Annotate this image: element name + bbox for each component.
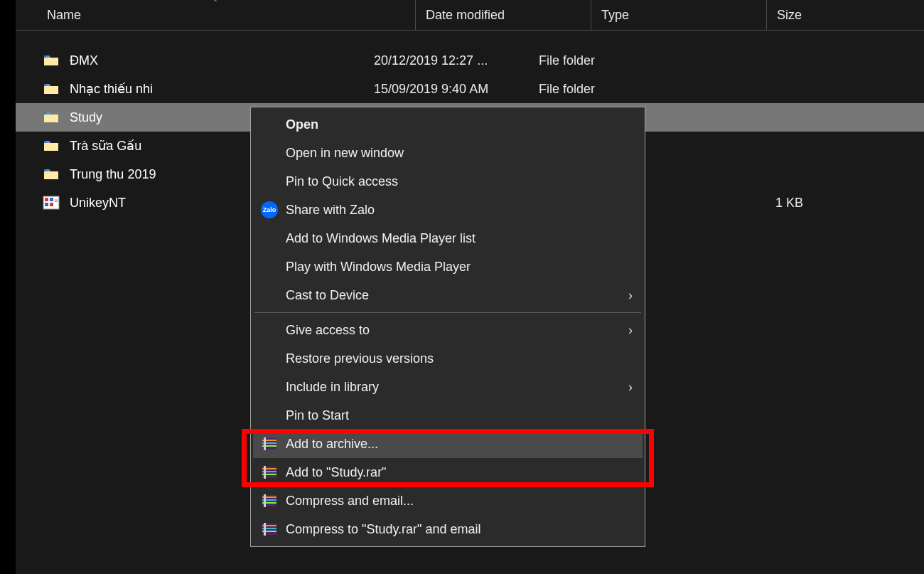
menu-item[interactable]: Pin to Start — [253, 401, 643, 430]
context-menu: OpenOpen in new windowPin to Quick acces… — [250, 107, 645, 547]
cell-type: File folder — [539, 82, 704, 97]
cell-size: 1 KB — [704, 196, 803, 211]
header-name-label: Name — [47, 8, 81, 23]
menu-item[interactable]: Pin to Quick access — [253, 167, 643, 196]
file-name-label: Study — [70, 110, 102, 125]
file-name-label: Trung thu 2019 — [70, 167, 156, 182]
menu-item-label: Give access to — [286, 323, 370, 338]
menu-item-label: Pin to Quick access — [286, 174, 398, 189]
menu-item[interactable]: Add to archive... — [253, 430, 643, 458]
menu-item-label: Add to archive... — [286, 437, 378, 452]
header-size[interactable]: Size — [767, 0, 924, 30]
menu-item-label: Restore previous versions — [286, 351, 434, 366]
menu-item-label: Open in new window — [286, 146, 404, 161]
menu-item-label: Add to "Study.rar" — [286, 465, 387, 480]
menu-item[interactable]: ZaloShare with Zalo — [253, 196, 643, 224]
menu-separator — [254, 312, 641, 313]
header-date-label: Date modified — [426, 8, 505, 23]
file-name-label: UnikeyNT — [70, 196, 126, 211]
chevron-right-icon: › — [628, 380, 633, 395]
menu-item[interactable]: Compress and email... — [253, 487, 643, 515]
cell-date: 20/12/2019 12:27 ... — [374, 53, 539, 68]
chevron-right-icon: › — [628, 288, 633, 303]
menu-item-label: Compress to "Study.rar" and email — [286, 522, 481, 537]
menu-item-label: Pin to Start — [286, 408, 349, 423]
file-name-label: Trà sữa Gấu — [70, 138, 141, 154]
chevron-right-icon: › — [628, 323, 633, 338]
cell-name: Nhạc thiếu nhi — [43, 80, 374, 97]
menu-item[interactable]: Open — [253, 110, 643, 139]
cell-type: File folder — [539, 53, 704, 68]
cell-date: 15/09/2019 9:40 AM — [374, 82, 539, 97]
menu-item[interactable]: Open in new window — [253, 139, 643, 167]
winrar-icon — [260, 520, 279, 538]
header-type-label: Type — [601, 8, 629, 23]
menu-item-label: Open — [286, 117, 318, 132]
sort-indicator-icon: ˄ — [213, 0, 217, 9]
menu-item-label: Add to Windows Media Player list — [286, 231, 476, 246]
menu-item[interactable]: Restore previous versions — [253, 344, 643, 373]
winrar-icon — [260, 435, 279, 453]
menu-item[interactable]: Cast to Device› — [253, 281, 643, 309]
file-row[interactable]: Nhạc thiếu nhi15/09/2019 9:40 AMFile fol… — [16, 75, 924, 103]
unikey-icon — [43, 194, 60, 211]
file-row[interactable]: ĐMX20/12/2019 12:27 ...File folder — [16, 46, 924, 75]
folder-icon — [43, 166, 60, 183]
menu-item-label: Share with Zalo — [286, 203, 375, 218]
winrar-icon — [260, 491, 279, 510]
menu-item-label: Include in library — [286, 380, 379, 395]
file-name-label: Nhạc thiếu nhi — [70, 81, 153, 97]
menu-item[interactable]: Give access to› — [253, 316, 643, 344]
header-size-label: Size — [777, 8, 802, 23]
menu-item[interactable]: Include in library› — [253, 373, 643, 401]
folder-icon — [43, 109, 60, 126]
column-headers: ˄ Name Date modified Type Size — [16, 0, 924, 31]
folder-icon — [43, 80, 60, 97]
header-date[interactable]: Date modified — [416, 0, 591, 30]
menu-item-label: Cast to Device — [286, 288, 369, 303]
menu-item[interactable]: Compress to "Study.rar" and email — [253, 515, 643, 543]
header-name[interactable]: ˄ Name — [16, 0, 416, 30]
menu-item[interactable]: Add to "Study.rar" — [253, 458, 643, 487]
winrar-icon — [260, 463, 279, 482]
menu-item[interactable]: Add to Windows Media Player list — [253, 224, 643, 253]
menu-item-label: Play with Windows Media Player — [286, 260, 471, 275]
zalo-icon: Zalo — [260, 201, 279, 219]
folder-icon — [43, 137, 60, 154]
cell-name: ĐMX — [43, 52, 374, 69]
header-type[interactable]: Type — [591, 0, 767, 30]
folder-icon — [43, 52, 60, 69]
menu-item[interactable]: Play with Windows Media Player — [253, 253, 643, 281]
menu-item-label: Compress and email... — [286, 494, 414, 509]
file-name-label: ĐMX — [70, 53, 98, 68]
